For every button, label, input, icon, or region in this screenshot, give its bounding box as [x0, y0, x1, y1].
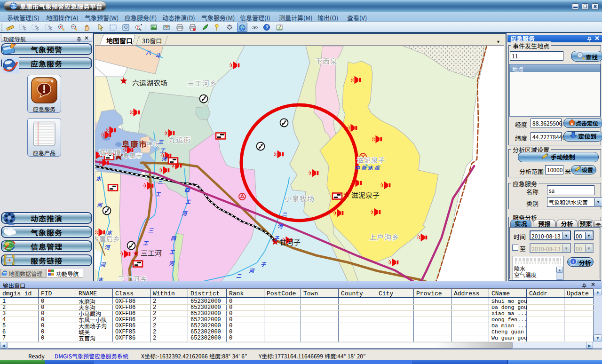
- svg-text:工: 工: [160, 146, 166, 154]
- svg-text:i: i: [572, 259, 574, 264]
- svg-text:八: 八: [146, 48, 151, 56]
- svg-text:小泉牧场: 小泉牧场: [285, 193, 315, 203]
- svg-text:下西泉: 下西泉: [315, 56, 338, 66]
- svg-text:三工河: 三工河: [141, 248, 162, 258]
- svg-text:三: 三: [158, 138, 164, 145]
- svg-text:滋泥泉子: 滋泥泉子: [351, 190, 380, 200]
- svg-text:工: 工: [185, 198, 191, 205]
- svg-text:阜康市: 阜康市: [122, 138, 147, 150]
- svg-text:城关镇: 城关镇: [99, 147, 121, 157]
- svg-text:工: 工: [143, 239, 149, 246]
- svg-text:子: 子: [274, 234, 279, 242]
- svg-text:工: 工: [155, 190, 161, 198]
- svg-text:滋泥泉子: 滋泥泉子: [357, 155, 385, 165]
- svg-text:工: 工: [169, 248, 175, 255]
- svg-text:甘河子: 甘河子: [279, 237, 301, 247]
- svg-text:?: ?: [136, 24, 139, 30]
- svg-text:三: 三: [158, 177, 163, 185]
- svg-text:子: 子: [261, 260, 266, 268]
- svg-text:斗: 斗: [155, 51, 161, 59]
- svg-text:二: 二: [282, 210, 287, 218]
- svg-text:阜康市: 阜康市: [123, 151, 143, 160]
- svg-text:三工河乡: 三工河乡: [187, 78, 217, 88]
- svg-text:六运湖农场: 六运湖农场: [132, 78, 167, 87]
- svg-text:中: 中: [355, 164, 360, 171]
- svg-text:三: 三: [148, 226, 154, 234]
- svg-text:?: ?: [265, 25, 268, 30]
- svg-text:水: 水: [107, 229, 112, 236]
- svg-text:三工河乡: 三工河乡: [118, 274, 148, 281]
- svg-text:水: 水: [368, 164, 373, 171]
- svg-text:上户沟乡: 上户沟乡: [369, 232, 399, 242]
- svg-text:水: 水: [96, 174, 102, 182]
- svg-text:神场: 神场: [146, 139, 159, 148]
- svg-text:九运街: 九运街: [168, 135, 191, 144]
- svg-text:二: 二: [236, 272, 242, 279]
